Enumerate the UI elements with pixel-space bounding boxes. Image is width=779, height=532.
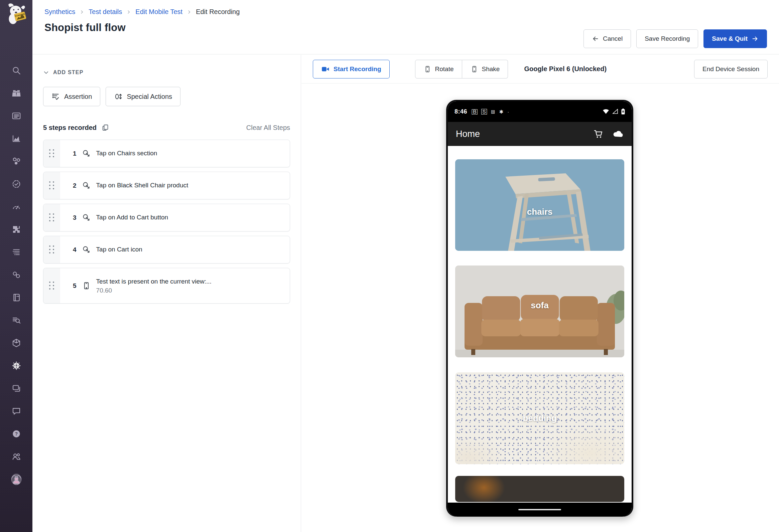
breadcrumb: Synthetics Test details Edit Mobile Test…	[33, 0, 779, 16]
step-number: 1	[73, 150, 76, 157]
category-card-chairs[interactable]: chairs	[455, 159, 624, 251]
step-sublabel: 70.60	[96, 287, 212, 294]
notification-icon: ⊞	[491, 109, 495, 114]
notification-icon: 🅂	[482, 109, 487, 114]
infrastructure-hexagons-icon[interactable]	[11, 156, 21, 166]
phone-emulator[interactable]: 8:46 🄱 🅂 ⊞ ✱ · Home	[446, 100, 633, 517]
save-recording-button[interactable]: Save Recording	[636, 29, 698, 48]
step-row-3[interactable]: 3 Tap on Add to Cart button	[43, 204, 290, 231]
step-row-1[interactable]: 1 Tap on Chairs section	[43, 140, 290, 167]
gauge-icon[interactable]	[11, 202, 21, 212]
category-card-sofa[interactable]: sofa	[455, 266, 624, 357]
phone-icon	[82, 281, 91, 290]
help-icon[interactable]: ?	[11, 429, 21, 439]
apm-traces-icon[interactable]	[11, 270, 21, 280]
drag-handle-icon[interactable]	[44, 268, 60, 303]
cart-icon[interactable]	[593, 129, 604, 139]
start-recording-label: Start Recording	[334, 65, 381, 73]
synthetics-globe-icon[interactable]	[11, 361, 21, 371]
datadog-logo[interactable]: STAGING	[4, 3, 28, 28]
signal-icon	[612, 109, 618, 114]
end-device-session-button[interactable]: End Device Session	[694, 60, 768, 78]
start-recording-button[interactable]: Start Recording	[313, 60, 390, 78]
search-icon[interactable]	[11, 65, 21, 75]
cancel-label: Cancel	[603, 35, 622, 43]
step-row-5[interactable]: 5 Test text is present on the current vi…	[43, 268, 290, 304]
step-label: Tap on Cart icon	[96, 245, 142, 254]
save-quit-label: Save & Quit	[712, 35, 747, 43]
step-row-4[interactable]: 4 Tap on Cart icon	[43, 236, 290, 264]
watchdog-icon[interactable]	[11, 88, 21, 98]
special-actions-button[interactable]: Special Actions	[106, 87, 180, 106]
category-label: chairs	[455, 207, 624, 217]
monitors-target-icon[interactable]	[11, 179, 21, 189]
events-list-icon[interactable]	[11, 111, 21, 121]
tap-icon	[82, 245, 91, 254]
save-recording-label: Save Recording	[645, 35, 690, 43]
device-area: Start Recording Rotate Shake Google Pixe…	[301, 55, 779, 532]
shop-category-list: chairs	[448, 146, 632, 503]
category-card-dark[interactable]	[455, 476, 624, 502]
phone-shake-icon	[470, 65, 478, 73]
rotate-label: Rotate	[435, 65, 454, 73]
home-indicator[interactable]	[518, 509, 561, 510]
logs-pipelines-icon[interactable]	[11, 247, 21, 257]
steps-header: 5 steps recorded Clear All Steps	[43, 124, 290, 132]
phone-nav-bar	[448, 503, 632, 517]
app-bar: Home	[448, 122, 632, 146]
user-avatar[interactable]	[11, 474, 21, 484]
status-time: 8:46	[455, 108, 467, 115]
shake-button[interactable]: Shake	[462, 60, 508, 78]
organization-users-icon[interactable]	[11, 452, 21, 462]
notebooks-icon[interactable]	[11, 292, 21, 303]
security-cube-icon[interactable]	[11, 338, 21, 348]
settings-gear-icon: ✱	[499, 109, 503, 114]
tap-icon	[82, 149, 91, 158]
phone-status-bar: 8:46 🄱 🅂 ⊞ ✱ ·	[448, 101, 632, 122]
chevron-right-icon	[126, 10, 131, 14]
header-actions: Cancel Save Recording Save & Quit	[584, 29, 767, 48]
drag-handle-icon[interactable]	[44, 172, 60, 199]
tap-icon	[82, 213, 91, 222]
integrations-puzzle-icon[interactable]	[11, 224, 21, 235]
drag-handle-icon[interactable]	[44, 204, 60, 231]
drag-handle-icon[interactable]	[44, 140, 60, 167]
copy-icon[interactable]	[101, 124, 109, 132]
assertion-button[interactable]: Assertion	[43, 87, 100, 106]
category-card-bedding[interactable]: bedding	[455, 373, 624, 464]
step-label: Test text is present on the current view…	[96, 277, 212, 286]
rum-screens-icon[interactable]	[11, 383, 21, 393]
breadcrumb-test-details[interactable]: Test details	[88, 8, 122, 16]
step-label: Tap on Chairs section	[96, 149, 158, 158]
breadcrumb-edit-mobile-test[interactable]: Edit Mobile Test	[135, 8, 182, 16]
feedback-chat-icon[interactable]	[11, 406, 21, 416]
metrics-chart-icon[interactable]	[11, 134, 21, 144]
add-step-label: ADD STEP	[53, 69, 83, 75]
tap-icon	[82, 181, 91, 190]
cloud-icon[interactable]	[612, 130, 623, 138]
cancel-button[interactable]: Cancel	[584, 29, 631, 48]
sofa-photo	[455, 266, 624, 357]
svg-text:?: ?	[15, 431, 17, 437]
add-step-buttons: Assertion Special Actions	[43, 87, 290, 106]
add-step-toggle[interactable]: ADD STEP	[43, 69, 290, 75]
notification-icons: 🄱 🅂 ⊞ ✱ ·	[472, 109, 509, 114]
shake-label: Shake	[482, 65, 500, 73]
category-label: sofa	[455, 300, 624, 311]
assertion-label: Assertion	[64, 93, 92, 101]
status-right-icons	[603, 109, 625, 115]
log-explorer-search-icon[interactable]	[11, 315, 21, 325]
save-and-quit-button[interactable]: Save & Quit	[704, 29, 767, 48]
breadcrumb-synthetics[interactable]: Synthetics	[45, 8, 75, 16]
end-session-label: End Device Session	[703, 65, 759, 73]
notification-icon: 🄱	[472, 109, 478, 114]
drag-handle-icon[interactable]	[44, 236, 60, 263]
step-row-2[interactable]: 2 Tap on Black Shell Chair product	[43, 172, 290, 199]
clear-all-steps-link[interactable]: Clear All Steps	[246, 124, 290, 132]
step-number: 2	[73, 182, 76, 189]
rotate-button[interactable]: Rotate	[415, 60, 462, 78]
steps-count-label: 5 steps recorded	[43, 124, 97, 132]
phone-screen[interactable]: 8:46 🄱 🅂 ⊞ ✱ · Home	[448, 101, 632, 517]
chevron-down-icon	[43, 69, 49, 75]
app-bar-title: Home	[456, 129, 480, 139]
